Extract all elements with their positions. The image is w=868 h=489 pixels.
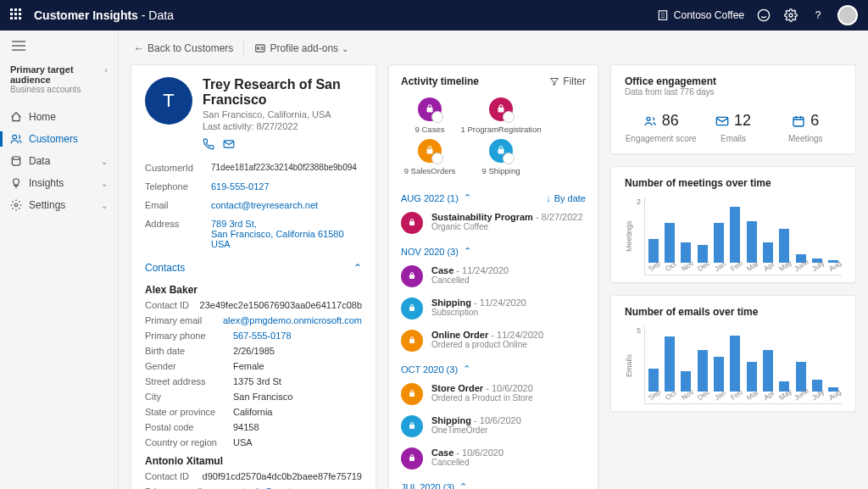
chevron-right-icon: › — [104, 64, 108, 75]
meetings-chart-card: Number of meetings over timeMeetings2Sep… — [610, 166, 856, 283]
chevron-down-icon: ⌄ — [101, 201, 108, 210]
building-icon — [657, 9, 669, 21]
svg-point-5 — [14, 203, 18, 207]
chart-bar: Mar — [743, 362, 760, 392]
svg-point-7 — [258, 47, 259, 49]
contact-name: Antonio Xitamul — [145, 450, 362, 469]
user-avatar[interactable] — [837, 5, 858, 25]
activity-icon — [401, 265, 423, 287]
filter-button[interactable]: Filter — [549, 75, 586, 87]
chevron-up-icon: ⌃ — [464, 246, 471, 257]
audience-picker[interactable]: Primary target audience Business account… — [0, 59, 118, 99]
activity-icon — [401, 212, 423, 234]
nav-home[interactable]: Home — [0, 106, 118, 128]
activity-badge[interactable]: 1 ProgramRegistration — [477, 97, 525, 134]
home-icon — [10, 111, 22, 123]
activity-badge[interactable]: 9 SalesOrders — [406, 139, 453, 175]
chart-bar: Feb — [727, 207, 743, 262]
svg-point-20 — [647, 117, 650, 120]
badge-icon — [418, 139, 442, 163]
nav-customers[interactable]: Customers — [0, 128, 118, 150]
activity-item[interactable]: Shipping - 10/6/2020OneTimeOrder — [401, 410, 586, 442]
activity-item[interactable]: Store Order - 10/6/2020Ordered a Product… — [401, 378, 586, 410]
contacts-section-toggle[interactable]: Contacts⌃ — [145, 253, 362, 279]
chevron-down-icon: ⌄ — [342, 44, 348, 53]
chart-bar: Dec — [694, 350, 710, 392]
contact-field: GenderFemale — [145, 358, 362, 374]
chart-bar: Nov — [678, 371, 694, 391]
svg-rect-22 — [793, 117, 804, 126]
svg-rect-11 — [427, 149, 433, 154]
addons-icon — [254, 42, 266, 54]
activity-badge[interactable]: 9 Cases — [406, 97, 453, 134]
data-icon — [10, 155, 22, 167]
engagement-card: Office engagement Data from last 776 day… — [610, 64, 856, 154]
svg-point-3 — [13, 135, 17, 139]
svg-rect-0 — [659, 11, 666, 20]
help-icon[interactable]: ? — [810, 8, 826, 23]
activity-group-header[interactable]: JUL 2020 (3)⌃ — [401, 475, 586, 489]
activity-icon — [401, 415, 423, 437]
gear-icon[interactable] — [783, 8, 798, 23]
chart-bar: July — [809, 258, 825, 263]
email-link[interactable]: contact@treyresearch.net — [211, 200, 318, 210]
chart-plot: SepOctNovDecJanFebMarAprMayJuneJulyAug — [644, 326, 842, 404]
activity-badge[interactable]: 9 Shipping — [477, 139, 525, 175]
activity-group-header[interactable]: OCT 2020 (3)⌃ — [401, 357, 586, 378]
activity-item[interactable]: Sustainability Program - 8/27/2022Organi… — [401, 207, 586, 239]
y-axis-label: Meetings — [625, 197, 633, 275]
svg-rect-19 — [409, 457, 415, 461]
address-link[interactable]: 789 3rd St,San Francisco, California 615… — [211, 219, 344, 249]
customer-id: 71dee181af223c3214b0f2388be9b094 — [211, 163, 357, 173]
profile-card: T Trey Research of San Francisco San Fra… — [131, 64, 376, 489]
chart-bar: Sep — [645, 239, 661, 263]
chevron-up-icon: ⌃ — [463, 364, 470, 375]
sort-button[interactable]: ↓ By date — [546, 193, 586, 203]
contact-field: Postal code94158 — [145, 420, 362, 435]
activity-item[interactable]: Shipping - 11/24/2020Subscription — [401, 292, 586, 325]
back-button[interactable]: ←Back to Customers — [134, 42, 233, 54]
nav-data[interactable]: Data⌄ — [0, 150, 118, 172]
environment-picker[interactable]: Contoso Coffee — [657, 9, 744, 21]
chart-bar: Sep — [645, 369, 661, 392]
chart-bar: July — [809, 380, 825, 392]
engagement-subtitle: Data from last 776 days — [625, 87, 842, 97]
contact-field: Primary emailantonio@contoso.com — [145, 484, 362, 489]
activity-group-header[interactable]: AUG 2022 (1)⌃↓ By date — [401, 186, 586, 207]
last-activity: Last activity: 8/27/2022 — [203, 121, 362, 131]
nav-insights[interactable]: Insights⌄ — [0, 172, 118, 194]
phone-icon[interactable] — [203, 138, 214, 150]
chart-bar: May — [776, 381, 793, 392]
activity-item[interactable]: Case - 10/6/2020Cancelled — [401, 442, 586, 475]
contact-field: Contact IDd90f91cd2570a4dc0b2baee87fe757… — [145, 469, 362, 484]
activity-item[interactable]: Online Order - 11/24/2020Ordered a produ… — [401, 325, 586, 357]
sidebar-toggle[interactable] — [12, 41, 118, 51]
engagement-title: Office engagement — [625, 75, 842, 87]
nav-settings[interactable]: Settings⌄ — [0, 194, 118, 216]
contact-field: Birth date2/26/1985 — [145, 343, 362, 358]
chart-bar: Apr — [760, 242, 776, 262]
telephone-link[interactable]: 619-555-0127 — [211, 181, 270, 192]
chart-bar: Oct — [661, 336, 677, 391]
waffle-icon[interactable] — [10, 8, 24, 22]
chart-bar: Feb — [727, 336, 743, 391]
engagement-meetings: 6 Meetings — [770, 112, 842, 143]
chart-bar: June — [793, 254, 809, 262]
contact-field: Primary emailalex@pmgdemo.onmicrosoft.co… — [145, 313, 362, 328]
engagement-emails: 12 Emails — [697, 112, 769, 143]
chart-bar: Aug — [826, 387, 842, 392]
bulb-icon — [10, 177, 22, 189]
smile-icon[interactable] — [756, 8, 771, 23]
contact-field: Street address1375 3rd St — [145, 374, 362, 389]
chart-bar: Dec — [694, 245, 710, 263]
svg-rect-12 — [498, 149, 504, 154]
badge-icon — [489, 139, 513, 163]
activity-item[interactable]: Case - 11/24/2020Cancelled — [401, 260, 586, 292]
profile-addons-button[interactable]: Profile add-ons⌄ — [254, 42, 348, 54]
mail-icon[interactable] — [223, 138, 235, 150]
svg-point-2 — [789, 14, 793, 17]
activity-group-header[interactable]: NOV 2020 (3)⌃ — [401, 239, 586, 260]
svg-rect-16 — [409, 339, 415, 343]
chart-bar: May — [776, 229, 793, 263]
contact-field: State or provinceCalifornia — [145, 404, 362, 420]
